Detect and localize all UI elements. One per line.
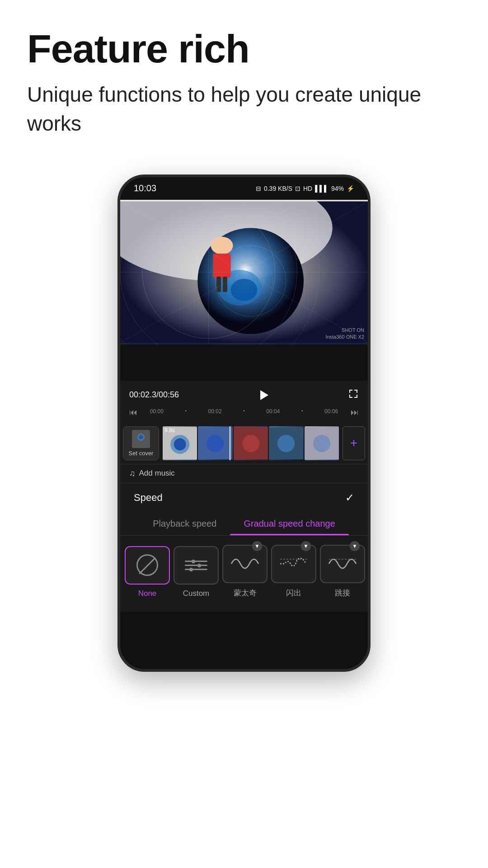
svg-point-32	[313, 434, 330, 452]
speed-option-custom[interactable]: Custom	[174, 546, 219, 598]
add-clip-button[interactable]: +	[343, 426, 365, 460]
skip-start-button[interactable]: ⏮	[129, 408, 137, 417]
speed-option-label-montage: 蒙太奇	[234, 588, 257, 598]
svg-point-26	[207, 434, 224, 452]
clip-strip-container: Set cover 9.8s	[120, 423, 368, 464]
svg-rect-10	[216, 276, 221, 292]
play-button[interactable]	[254, 386, 272, 404]
tab-playback-speed[interactable]: Playback speed	[139, 512, 230, 535]
speed-option-box-montage[interactable]: ▼	[222, 545, 267, 583]
speed-option-box-custom[interactable]	[174, 546, 219, 585]
playhead	[230, 426, 230, 460]
main-title: Feature rich	[27, 27, 461, 71]
none-icon	[136, 554, 158, 576]
battery-icon: ⊟	[256, 185, 261, 192]
speed-option-jump[interactable]: ▼ 跳接	[320, 545, 365, 598]
fullscreen-button[interactable]	[348, 388, 359, 402]
svg-point-7	[231, 278, 258, 301]
player-top: 00:02.3/00:56	[129, 386, 359, 404]
svg-rect-9	[213, 253, 231, 278]
speed-header: Speed ✓	[120, 483, 368, 512]
add-music-button[interactable]: ♫ Add music	[129, 469, 359, 478]
speed-option-label-jump: 跳接	[335, 588, 350, 598]
phone-frame: 10:03 ⊟ 0.39 KB/S ⊡ HD ▌▌▌ 94% ⚡	[117, 175, 371, 672]
skip-end-button[interactable]: ⏭	[351, 408, 359, 417]
speed-confirm-button[interactable]: ✓	[345, 491, 354, 504]
bottom-gap	[120, 603, 368, 612]
speed-tabs: Playback speed Gradual speed change	[120, 512, 368, 536]
clip-thumb-4[interactable]	[269, 426, 303, 460]
speed-option-label-none: None	[138, 589, 157, 598]
jump-wave-icon	[327, 552, 358, 575]
svg-point-8	[211, 236, 233, 254]
tab-gradual-speed[interactable]: Gradual speed change	[230, 512, 348, 535]
speed-options: None	[120, 536, 368, 603]
status-bar: 10:03 ⊟ 0.39 KB/S ⊡ HD ▌▌▌ 94% ⚡	[120, 177, 368, 200]
flash-badge: ▼	[301, 541, 311, 551]
player-time: 00:02.3/00:56	[129, 390, 179, 400]
jump-badge: ▼	[350, 541, 360, 551]
clip-strip[interactable]: 9.8s	[163, 426, 339, 460]
speed-panel: Speed ✓ Playback speed Gradual speed cha…	[120, 483, 368, 603]
svg-point-28	[242, 434, 259, 452]
add-music-label: Add music	[139, 469, 175, 478]
signal-icon: ▌▌▌	[315, 185, 328, 192]
custom-sliders-icon	[185, 561, 207, 570]
speed-option-label-flash: 闪出	[286, 588, 301, 598]
clip-thumb-5[interactable]	[305, 426, 339, 460]
clip-duration: 9.8s	[164, 427, 175, 434]
speed-title: Speed	[134, 492, 163, 504]
clip-thumb-2[interactable]	[198, 426, 232, 460]
speed-option-box-none[interactable]	[125, 546, 170, 585]
tab-gradual-label: Gradual speed change	[244, 519, 335, 528]
speed-option-none[interactable]: None	[125, 546, 170, 598]
battery-pct: 94%	[331, 185, 344, 192]
plus-icon: +	[350, 436, 357, 450]
flash-wave-icon	[278, 552, 310, 575]
clip-thumb-3[interactable]	[234, 426, 268, 460]
play-icon	[260, 390, 268, 400]
music-icon: ♫	[129, 469, 136, 478]
svg-point-21	[139, 435, 143, 439]
tab-playback-label: Playback speed	[153, 519, 216, 528]
shot-on-label: SHOT ON Insta360 ONE X2	[325, 327, 364, 341]
svg-point-30	[277, 434, 295, 452]
hd-icon: HD	[303, 185, 312, 192]
black-bar	[120, 344, 368, 381]
player-controls: 00:02.3/00:56 ⏮ 00:00	[120, 381, 368, 423]
speed-option-box-flash[interactable]: ▼	[271, 545, 316, 583]
header-section: Feature rich Unique functions to help yo…	[0, 0, 488, 156]
set-cover-label: Set cover	[129, 450, 154, 457]
video-area: SHOT ON Insta360 ONE X2	[120, 200, 368, 344]
timeline-mark-0: 00:00	[150, 408, 164, 415]
speed-option-box-jump[interactable]: ▼	[320, 545, 365, 583]
speed-option-flash[interactable]: ▼ 闪出	[271, 545, 316, 598]
timeline-mark-1: 00:02	[208, 408, 222, 415]
svg-rect-11	[223, 276, 227, 292]
set-cover-icon	[132, 430, 150, 448]
set-cover-button[interactable]: Set cover	[123, 426, 159, 460]
sub-title: Unique functions to help you create uniq…	[27, 80, 461, 138]
speed-option-label-custom: Custom	[183, 589, 210, 598]
montage-wave-icon	[229, 552, 261, 575]
video-frame-svg	[120, 200, 368, 344]
speed-option-montage[interactable]: ▼ 蒙太奇	[222, 545, 267, 598]
montage-badge: ▼	[252, 541, 262, 551]
wifi-icon: ⊡	[295, 185, 300, 192]
add-music-row: ♫ Add music	[120, 464, 368, 483]
kb-speed: 0.39 KB/S	[264, 185, 292, 192]
status-icons: ⊟ 0.39 KB/S ⊡ HD ▌▌▌ 94% ⚡	[256, 185, 354, 192]
timeline-mark-2: 00:04	[266, 408, 280, 415]
phone-container: 10:03 ⊟ 0.39 KB/S ⊡ HD ▌▌▌ 94% ⚡	[0, 175, 488, 672]
timeline-mark-3: 00:06	[324, 408, 338, 415]
svg-point-24	[174, 438, 186, 450]
page-container: Feature rich Unique functions to help yo…	[0, 0, 488, 868]
charge-icon: ⚡	[347, 185, 354, 192]
status-time: 10:03	[134, 183, 156, 193]
video-content: SHOT ON Insta360 ONE X2	[120, 200, 368, 344]
